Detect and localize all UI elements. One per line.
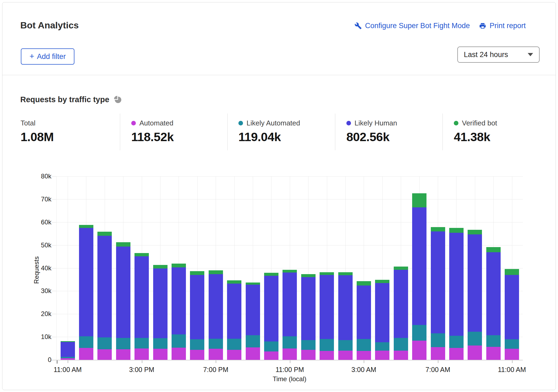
bar-segment-likely-human[interactable] [79, 228, 93, 336]
bar-segment-verified-bot[interactable] [264, 273, 278, 276]
bar-segment-likely-automated[interactable] [468, 332, 482, 345]
stacked-bar[interactable] [79, 176, 93, 360]
stacked-bar[interactable] [227, 176, 241, 360]
bar-segment-likely-human[interactable] [301, 277, 316, 340]
bar-segment-automated[interactable] [486, 347, 501, 360]
bar-segment-automated[interactable] [190, 350, 204, 360]
bar-segment-automated[interactable] [264, 351, 278, 360]
bar-segment-verified-bot[interactable] [172, 264, 186, 267]
bar-segment-verified-bot[interactable] [375, 280, 389, 283]
bar-segment-automated[interactable] [153, 349, 168, 360]
bar-segment-likely-human[interactable] [357, 285, 371, 339]
bar-segment-verified-bot[interactable] [116, 242, 130, 246]
stacked-bar[interactable] [246, 176, 260, 360]
bar-segment-verified-bot[interactable] [301, 274, 316, 277]
bar-segment-likely-human[interactable] [320, 275, 334, 339]
bar-segment-likely-human[interactable] [97, 236, 112, 337]
bar-segment-likely-automated[interactable] [338, 340, 353, 351]
bar-segment-verified-bot[interactable] [338, 272, 353, 275]
bar-segment-likely-automated[interactable] [301, 340, 316, 350]
bar-segment-likely-human[interactable] [116, 247, 130, 338]
stacked-bar[interactable] [431, 176, 445, 360]
bar-segment-likely-automated[interactable] [153, 338, 168, 349]
stacked-bar[interactable] [283, 176, 297, 360]
bar-segment-likely-automated[interactable] [209, 339, 223, 349]
bar-segment-likely-automated[interactable] [116, 338, 130, 349]
stacked-bar[interactable] [172, 176, 186, 360]
bar-segment-likely-human[interactable] [264, 276, 278, 341]
bar-segment-likely-human[interactable] [338, 275, 353, 340]
bar-segment-automated[interactable] [97, 349, 112, 360]
stacked-bar[interactable] [375, 176, 389, 360]
bar-segment-likely-human[interactable] [227, 284, 241, 339]
bar-segment-likely-automated[interactable] [431, 333, 445, 347]
bar-segment-automated[interactable] [172, 348, 186, 360]
bar-segment-verified-bot[interactable] [394, 267, 408, 270]
stacked-bar[interactable] [134, 176, 149, 360]
bar-segment-likely-automated[interactable] [264, 341, 278, 351]
bar-segment-automated[interactable] [227, 350, 241, 360]
bar-segment-automated[interactable] [320, 351, 334, 360]
bar-segment-likely-human[interactable] [283, 273, 297, 336]
bar-segment-likely-automated[interactable] [486, 335, 501, 347]
bar-segment-automated[interactable] [394, 351, 408, 360]
stacked-bar[interactable] [153, 176, 168, 360]
bar-segment-verified-bot[interactable] [468, 230, 482, 234]
bar-segment-likely-human[interactable] [246, 285, 260, 335]
bar-segment-likely-human[interactable] [134, 256, 149, 338]
bar-segment-verified-bot[interactable] [449, 228, 464, 233]
bar-segment-likely-automated[interactable] [190, 339, 204, 350]
bar-segment-likely-human[interactable] [172, 267, 186, 334]
bar-segment-automated[interactable] [246, 347, 260, 360]
stacked-bar[interactable] [357, 176, 371, 360]
bar-segment-verified-bot[interactable] [246, 283, 260, 285]
bar-segment-automated[interactable] [209, 349, 223, 360]
stacked-bar[interactable] [338, 176, 353, 360]
bar-segment-verified-bot[interactable] [227, 280, 241, 284]
bar-segment-likely-human[interactable] [431, 231, 445, 334]
stacked-bar[interactable] [505, 176, 519, 360]
bar-segment-automated[interactable] [468, 346, 482, 360]
bar-segment-verified-bot[interactable] [209, 270, 223, 274]
stacked-bar[interactable] [320, 176, 334, 360]
bar-segment-likely-automated[interactable] [394, 338, 408, 351]
stacked-bar[interactable] [486, 176, 501, 360]
bar-segment-automated[interactable] [357, 351, 371, 360]
bar-segment-verified-bot[interactable] [153, 265, 168, 269]
stacked-bar[interactable] [116, 176, 130, 360]
stacked-bar[interactable] [468, 176, 482, 360]
bar-segment-likely-automated[interactable] [79, 336, 93, 348]
bar-segment-likely-automated[interactable] [449, 336, 464, 348]
bar-segment-automated[interactable] [338, 351, 353, 360]
stacked-bar[interactable] [449, 176, 464, 360]
stacked-bar[interactable] [190, 176, 204, 360]
bar-segment-likely-automated[interactable] [134, 338, 149, 349]
bar-segment-automated[interactable] [412, 341, 426, 360]
bar-segment-likely-human[interactable] [375, 283, 389, 342]
bar-segment-likely-automated[interactable] [375, 342, 389, 351]
bar-segment-likely-human[interactable] [153, 268, 168, 338]
bar-segment-automated[interactable] [505, 349, 519, 360]
stacked-bar[interactable] [412, 176, 426, 360]
bar-segment-verified-bot[interactable] [412, 193, 426, 207]
bar-segment-likely-human[interactable] [449, 233, 464, 336]
bar-segment-verified-bot[interactable] [505, 269, 519, 275]
bar-segment-automated[interactable] [283, 348, 297, 360]
stacked-bar[interactable] [61, 176, 75, 360]
bar-segment-likely-automated[interactable] [412, 325, 426, 341]
bar-segment-likely-human[interactable] [505, 275, 519, 339]
stacked-bar[interactable] [209, 176, 223, 360]
bar-segment-likely-automated[interactable] [505, 339, 519, 349]
bar-segment-verified-bot[interactable] [134, 253, 149, 256]
bar-segment-automated[interactable] [301, 350, 316, 360]
bar-segment-automated[interactable] [134, 348, 149, 360]
bar-segment-automated[interactable] [116, 349, 130, 360]
stacked-bar[interactable] [97, 176, 112, 360]
stacked-bar[interactable] [264, 176, 278, 360]
bar-segment-likely-human[interactable] [394, 270, 408, 338]
bar-segment-verified-bot[interactable] [283, 270, 297, 272]
bar-segment-likely-automated[interactable] [357, 339, 371, 351]
bar-segment-verified-bot[interactable] [320, 272, 334, 275]
bar-segment-likely-automated[interactable] [227, 339, 241, 350]
bar-segment-likely-automated[interactable] [320, 339, 334, 351]
